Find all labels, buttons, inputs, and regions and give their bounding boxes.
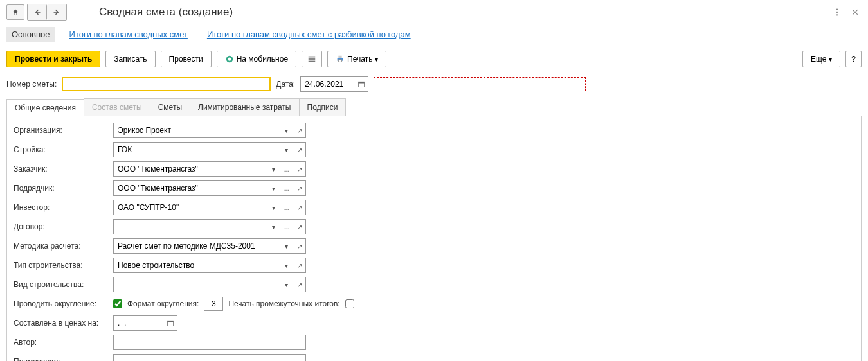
customer-input[interactable] — [114, 162, 267, 176]
print-button[interactable]: Печать — [327, 51, 386, 67]
chevron-down-icon[interactable]: ▾ — [280, 258, 293, 272]
print-button-label: Печать — [347, 55, 378, 64]
view-tab-main[interactable]: Основное — [6, 27, 55, 42]
print-sub-label: Печать промежуточных итогов: — [228, 299, 339, 308]
open-icon[interactable]: ↗ — [293, 181, 305, 195]
mobile-button[interactable]: На мобильное — [217, 51, 296, 67]
org-label: Организация: — [14, 126, 113, 135]
chevron-down-icon[interactable]: ▾ — [267, 162, 280, 176]
chevron-down-icon[interactable]: ▾ — [267, 200, 280, 215]
date-label: Дата: — [276, 80, 295, 89]
view-tab-link2[interactable]: Итоги по главам сводных смет с разбивкой… — [202, 27, 416, 42]
svg-rect-8 — [309, 58, 316, 60]
page-title: Сводная смета (создание) — [99, 6, 233, 19]
number-input[interactable] — [62, 77, 271, 91]
post-button[interactable]: Провести — [161, 51, 212, 67]
round-fmt-label: Формат округления: — [127, 299, 199, 308]
post-close-button[interactable]: Провести и закрыть — [6, 51, 100, 67]
close-icon[interactable] — [849, 6, 862, 19]
round-checkbox[interactable] — [113, 299, 122, 308]
svg-point-3 — [836, 12, 838, 13]
org-input[interactable] — [114, 123, 280, 137]
build-input[interactable] — [114, 143, 280, 157]
investor-label: Инвестор: — [14, 203, 113, 212]
round-label: Проводить округление: — [14, 299, 113, 308]
mobile-button-label: На мобильное — [237, 55, 288, 64]
customer-label: Заказчик: — [14, 164, 113, 173]
contractor-label: Подрядчик: — [14, 184, 113, 193]
open-icon[interactable]: ↗ — [293, 162, 305, 176]
number-label: Номер сметы: — [6, 80, 57, 89]
svg-rect-14 — [358, 82, 364, 83]
tab-general[interactable]: Общие сведения — [6, 99, 84, 116]
home-button[interactable] — [6, 4, 24, 20]
prices-input[interactable] — [114, 316, 163, 330]
open-icon[interactable]: ↗ — [293, 200, 305, 215]
contract-input[interactable] — [114, 220, 267, 234]
open-icon[interactable]: ↗ — [293, 220, 305, 234]
chevron-down-icon[interactable]: ▾ — [267, 181, 280, 195]
contractor-input[interactable] — [114, 181, 267, 195]
build-label: Стройка: — [14, 145, 113, 154]
chevron-down-icon[interactable]: ▾ — [280, 277, 293, 292]
chevron-down-icon[interactable]: ▾ — [280, 123, 293, 137]
open-icon[interactable]: ↗ — [293, 143, 305, 157]
author-input[interactable] — [113, 335, 306, 350]
note-input[interactable] — [113, 354, 306, 361]
nav-group — [27, 4, 67, 21]
investor-input[interactable] — [114, 200, 267, 215]
calendar-icon[interactable] — [354, 77, 368, 91]
svg-rect-16 — [167, 321, 173, 322]
constr-kind-input[interactable] — [114, 277, 280, 292]
calendar-icon[interactable] — [163, 316, 177, 330]
list-button[interactable] — [302, 51, 322, 67]
chevron-down-icon[interactable]: ▾ — [280, 143, 293, 157]
tab-signatures[interactable]: Подписи — [299, 98, 347, 116]
chevron-down-icon[interactable]: ▾ — [267, 220, 280, 234]
author-label: Автор: — [14, 338, 113, 347]
ellipsis-icon[interactable]: … — [280, 220, 293, 234]
svg-point-6 — [228, 57, 231, 60]
svg-rect-7 — [309, 57, 316, 58]
forward-button[interactable] — [47, 4, 66, 20]
svg-rect-12 — [338, 60, 341, 62]
constr-type-input[interactable] — [114, 258, 280, 272]
prices-label: Составлена в ценах на: — [14, 319, 113, 328]
chevron-down-icon[interactable]: ▾ — [280, 239, 293, 253]
constr-type-label: Тип строительства: — [14, 261, 113, 270]
description-field[interactable] — [374, 77, 586, 91]
svg-point-2 — [836, 8, 838, 10]
svg-rect-11 — [338, 56, 341, 58]
svg-rect-9 — [309, 61, 316, 62]
method-label: Методика расчета: — [14, 242, 113, 251]
tab-composition[interactable]: Состав сметы — [84, 98, 150, 116]
constr-kind-label: Вид строительства: — [14, 280, 113, 289]
ellipsis-icon[interactable]: … — [280, 162, 293, 176]
help-button[interactable]: ? — [845, 51, 862, 67]
svg-point-4 — [836, 14, 838, 15]
more-button[interactable]: Еще — [802, 51, 840, 67]
open-icon[interactable]: ↗ — [293, 123, 305, 137]
contract-label: Договор: — [14, 222, 113, 231]
date-input[interactable] — [301, 77, 354, 91]
note-label: Примечание: — [14, 357, 113, 361]
open-icon[interactable]: ↗ — [293, 277, 305, 292]
ellipsis-icon[interactable]: … — [280, 181, 293, 195]
save-button[interactable]: Записать — [105, 51, 155, 67]
round-fmt-input[interactable] — [204, 297, 223, 311]
open-icon[interactable]: ↗ — [293, 239, 305, 253]
ellipsis-icon[interactable]: … — [280, 200, 293, 215]
back-button[interactable] — [28, 4, 47, 20]
print-sub-checkbox[interactable] — [345, 299, 354, 308]
menu-more-icon[interactable] — [831, 6, 844, 19]
method-input[interactable] — [114, 239, 280, 253]
view-tab-link1[interactable]: Итоги по главам сводных смет — [64, 27, 193, 42]
tab-limited[interactable]: Лимитированные затраты — [190, 98, 300, 116]
open-icon[interactable]: ↗ — [293, 258, 305, 272]
tab-estimates[interactable]: Сметы — [150, 98, 190, 116]
